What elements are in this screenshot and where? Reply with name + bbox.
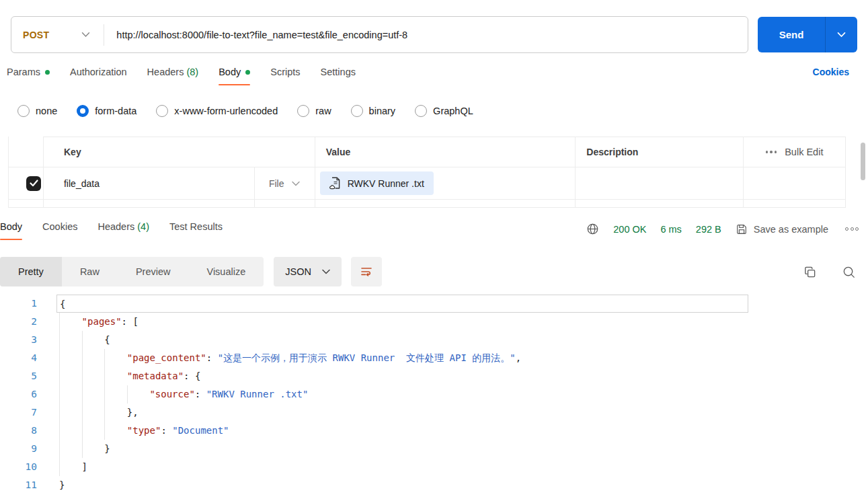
radio-graphql[interactable]: GraphQL bbox=[415, 105, 473, 117]
code-line-content[interactable]: } bbox=[56, 440, 748, 458]
view-switcher: Pretty Raw Preview Visualize bbox=[0, 257, 264, 286]
line-number: 11 bbox=[0, 476, 37, 494]
code-token: : bbox=[161, 425, 172, 436]
tab-params[interactable]: Params bbox=[7, 67, 50, 88]
format-dropdown[interactable]: JSON bbox=[274, 257, 342, 286]
code-line-content[interactable]: { bbox=[56, 295, 748, 313]
code-line-content[interactable]: "type": "Document" bbox=[56, 422, 748, 440]
file-chip[interactable]: RWKV Runner .txt bbox=[320, 171, 434, 195]
radio-label: x-www-form-urlencoded bbox=[174, 106, 278, 116]
radio-raw[interactable]: raw bbox=[297, 105, 331, 117]
value-column-header: Value bbox=[315, 137, 576, 167]
column-label: Description bbox=[586, 147, 638, 157]
tab-scripts[interactable]: Scripts bbox=[270, 67, 300, 88]
tab-label: Headers bbox=[147, 67, 184, 77]
code-line-content[interactable]: "page_content": "这是一个示例，用于演示 RWKV Runner… bbox=[56, 349, 748, 367]
more-options-icon[interactable] bbox=[766, 151, 777, 153]
method-selector[interactable]: POST bbox=[11, 30, 90, 40]
tab-label: Settings bbox=[321, 67, 356, 77]
indent-guide bbox=[104, 385, 105, 403]
view-preview[interactable]: Preview bbox=[118, 257, 189, 286]
code-line-content[interactable]: ] bbox=[56, 458, 748, 476]
body-mode-options: none form-data x-www-form-urlencoded raw… bbox=[0, 96, 868, 126]
tab-label: Body bbox=[0, 221, 22, 232]
indent-guide bbox=[82, 440, 83, 458]
key-cell[interactable]: file_data bbox=[43, 167, 254, 199]
params-active-dot bbox=[45, 70, 50, 75]
bulk-edit-button[interactable]: Bulk Edit bbox=[785, 147, 823, 157]
line-number: 4 bbox=[0, 349, 37, 367]
radio-circle bbox=[351, 105, 363, 117]
column-label: Key bbox=[64, 147, 81, 157]
code-line-content[interactable]: "metadata": { bbox=[56, 367, 748, 385]
value-type-cell: File bbox=[254, 167, 315, 199]
vertical-scrollbar[interactable] bbox=[861, 143, 865, 180]
save-as-example-label: Save as example bbox=[754, 224, 828, 235]
tab-label: Scripts bbox=[270, 67, 300, 77]
response-size[interactable]: 292 B bbox=[696, 224, 721, 235]
radio-label: form-data bbox=[95, 106, 136, 116]
tab-settings[interactable]: Settings bbox=[321, 67, 356, 88]
value-type-dropdown[interactable]: File bbox=[269, 178, 301, 189]
cookies-link[interactable]: Cookies bbox=[813, 67, 849, 77]
format-label: JSON bbox=[285, 266, 311, 277]
row-checkbox[interactable] bbox=[26, 176, 41, 191]
code-line-content[interactable]: { bbox=[56, 331, 748, 349]
key-column-header: Key bbox=[43, 137, 315, 167]
wrap-lines-button[interactable] bbox=[351, 257, 382, 286]
code-line-content[interactable]: "pages": [ bbox=[56, 313, 748, 331]
save-icon bbox=[736, 223, 748, 235]
url-box: POST bbox=[11, 16, 748, 53]
code-token: "metadata" bbox=[127, 371, 184, 381]
radio-none[interactable]: none bbox=[17, 105, 57, 117]
response-tab-test-results[interactable]: Test Results bbox=[169, 221, 223, 243]
copy-icon[interactable] bbox=[803, 265, 817, 279]
code-token: "page_content" bbox=[127, 352, 206, 363]
status-code[interactable]: 200 OK bbox=[613, 224, 646, 235]
view-raw[interactable]: Raw bbox=[62, 257, 118, 286]
tab-headers[interactable]: Headers (8) bbox=[147, 67, 199, 88]
network-globe-icon[interactable] bbox=[586, 223, 599, 235]
value-type-label: File bbox=[269, 178, 284, 189]
view-visualize[interactable]: Visualize bbox=[188, 257, 264, 286]
code-token: "Document" bbox=[172, 425, 229, 436]
code-line: 11} bbox=[0, 476, 868, 494]
code-token: "RWKV Runner .txt" bbox=[206, 389, 309, 399]
save-as-example-button[interactable]: Save as example bbox=[736, 223, 828, 235]
code-line-content[interactable]: } bbox=[56, 476, 748, 494]
chevron-down-icon bbox=[322, 269, 330, 274]
radio-binary[interactable]: binary bbox=[351, 105, 396, 117]
indent-guide bbox=[59, 313, 60, 331]
response-tab-body[interactable]: Body bbox=[0, 221, 22, 243]
tab-body[interactable]: Body bbox=[219, 67, 250, 88]
radio-x-www-form-urlencoded[interactable]: x-www-form-urlencoded bbox=[156, 105, 278, 117]
send-options-button[interactable] bbox=[826, 17, 857, 52]
response-body-code[interactable]: 1{2"pages": [3{4"page_content": "这是一个示例，… bbox=[0, 295, 868, 494]
response-tab-headers[interactable]: Headers (4) bbox=[97, 221, 149, 243]
radio-label: raw bbox=[315, 106, 331, 116]
table-header: Key Value Description Bulk Edit bbox=[9, 137, 845, 167]
bulk-edit-area: Bulk Edit bbox=[743, 137, 845, 167]
code-line: 5"metadata": { bbox=[0, 367, 868, 385]
indent-guide bbox=[104, 403, 105, 422]
response-tab-cookies[interactable]: Cookies bbox=[42, 221, 77, 243]
response-bar: Body Cookies Headers (4) Test Results 20… bbox=[0, 221, 868, 247]
indent-guide bbox=[82, 349, 83, 367]
send-button[interactable]: Send bbox=[758, 17, 857, 52]
view-pretty[interactable]: Pretty bbox=[0, 257, 62, 286]
tab-authorization[interactable]: Authorization bbox=[70, 67, 127, 88]
search-icon[interactable] bbox=[842, 265, 856, 279]
view-label: Raw bbox=[80, 266, 100, 277]
description-column-header: Description bbox=[575, 137, 743, 167]
url-input[interactable] bbox=[116, 30, 748, 40]
response-time[interactable]: 6 ms bbox=[660, 224, 681, 235]
code-line-content[interactable]: "source": "RWKV Runner .txt" bbox=[56, 385, 748, 403]
indent-guide bbox=[82, 367, 83, 385]
indent-guide bbox=[59, 403, 60, 422]
code-line-content[interactable]: }, bbox=[56, 403, 748, 422]
more-options-icon[interactable] bbox=[845, 227, 859, 231]
chevron-down-icon bbox=[292, 181, 300, 186]
description-cell[interactable] bbox=[575, 167, 743, 199]
radio-form-data[interactable]: form-data bbox=[77, 105, 136, 117]
line-number: 6 bbox=[0, 385, 37, 403]
